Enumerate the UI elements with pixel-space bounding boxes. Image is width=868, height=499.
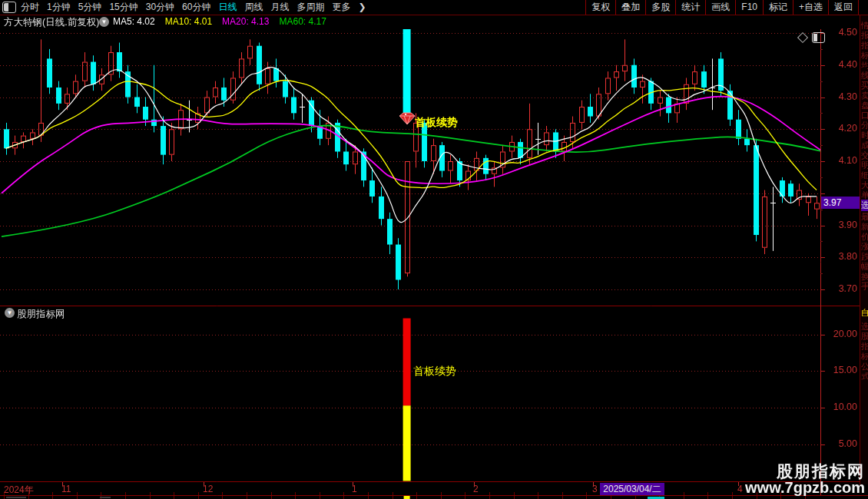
ma-legend-item: MA10: 4.01: [165, 16, 212, 27]
action-button-标记[interactable]: 标记: [763, 0, 793, 15]
price-axis-label: 3.70: [827, 283, 857, 294]
price-axis-label: 4.40: [827, 59, 857, 70]
last-price-tag: 3.97: [821, 197, 860, 209]
strip-glyph: 式: [861, 371, 868, 382]
time-axis-label: 11: [61, 484, 71, 494]
action-button-画线[interactable]: 画线: [705, 0, 735, 15]
action-button-多股[interactable]: 多股: [645, 0, 675, 15]
window-layout-icon[interactable]: [2, 2, 16, 13]
chevron-down-icon[interactable]: ▼: [5, 308, 15, 318]
action-button-F10[interactable]: F10: [735, 0, 763, 15]
period-item-周线[interactable]: 周线: [244, 0, 263, 15]
symbol-title: 方大特钢(日线.前复权): [4, 16, 99, 29]
period-menu: 分时1分钟5分钟15分钟30分钟60分钟日线周线月线多周期更多❯: [21, 0, 366, 15]
watermark: 股朋指标网 www.7gpzb.com: [745, 463, 865, 496]
strip-glyph-highlight: 自: [861, 307, 868, 319]
price-axis-label: 4.30: [827, 91, 857, 102]
ma-legend-item: MA20: 4.13: [222, 16, 269, 27]
top-toolbar: 分时1分钟5分钟15分钟30分钟60分钟日线周线月线多周期更多❯ 复权叠加多股统…: [0, 0, 868, 15]
period-item-日线[interactable]: 日线: [218, 0, 237, 15]
time-axis-label: 12: [203, 484, 213, 494]
strip-glyph-selected: 选: [861, 200, 868, 211]
time-axis-label: 2024年: [4, 484, 34, 497]
window-layout-icon-fill: [4, 3, 8, 12]
time-axis-label: 4: [737, 484, 743, 494]
period-item-15分钟[interactable]: 15分钟: [109, 0, 137, 15]
period-item-更多[interactable]: 更多: [332, 0, 350, 15]
period-item-30分钟[interactable]: 30分钟: [146, 0, 174, 15]
period-item-分时[interactable]: 分时: [21, 0, 39, 15]
action-button-复权[interactable]: 复权: [585, 0, 615, 15]
period-item-❯[interactable]: ❯: [358, 0, 366, 15]
right-edge-clipped-tab-strip[interactable]: 情报指标均线买卖盘口分时成交明细大单选最新价涨跌幅换手自选股指标公式: [860, 15, 868, 484]
period-item-多周期[interactable]: 多周期: [297, 0, 324, 15]
chevron-down-icon[interactable]: ▼: [99, 17, 109, 27]
price-axis-label: 4.10: [827, 155, 857, 166]
trading-app-window: 分时1分钟5分钟15分钟30分钟60分钟日线周线月线多周期更多❯ 复权叠加多股统…: [0, 0, 868, 499]
sub-panel-title[interactable]: 股朋指标网: [17, 308, 65, 321]
ma-legend: MA5: 4.02MA10: 4.01MA20: 4.13MA60: 4.17: [113, 16, 326, 27]
price-axis-label: 3.80: [827, 251, 857, 262]
action-menu: 复权叠加多股统计画线F10标记+自选返回: [585, 0, 859, 15]
indicator-axis-label: 5.00: [827, 438, 857, 449]
watermark-site-name: 股朋指标网: [745, 463, 865, 480]
panel-layout-icon-fill: [813, 34, 817, 41]
period-item-60分钟[interactable]: 60分钟: [182, 0, 210, 15]
time-axis-label: 3: [592, 484, 598, 494]
chart-title-row: 方大特钢(日线.前复权) ▼ MA5: 4.02MA10: 4.01MA20: …: [0, 15, 868, 29]
price-axis-label: 4.20: [827, 123, 857, 134]
action-button-叠加[interactable]: 叠加: [615, 0, 645, 15]
period-item-月线[interactable]: 月线: [270, 0, 289, 15]
kline-chart-canvas[interactable]: [0, 0, 868, 499]
period-item-1分钟[interactable]: 1分钟: [47, 0, 71, 15]
main-signal-label: 首板续势: [415, 116, 458, 130]
marked-date-tag: 2025/03/04/二: [600, 483, 664, 495]
indicator-axis-label: 20.00: [827, 329, 857, 339]
sub-signal-label: 首板续势: [413, 365, 456, 378]
indicator-axis-label: 15.00: [827, 365, 857, 375]
action-button-返回[interactable]: 返回: [828, 0, 859, 15]
price-axis-label: 3.90: [827, 220, 857, 230]
ma-legend-item: MA60: 4.17: [279, 16, 326, 27]
action-button-统计[interactable]: 统计: [675, 0, 705, 15]
panel-layout-icon[interactable]: [812, 32, 825, 43]
watermark-site-url: www.7gpzb.com: [745, 480, 865, 496]
action-button-+自选[interactable]: +自选: [793, 0, 828, 15]
period-item-5分钟[interactable]: 5分钟: [78, 0, 102, 15]
time-axis-label: 2: [473, 484, 479, 494]
ma-legend-item: MA5: 4.02: [113, 16, 155, 27]
strip-glyph: 手: [861, 281, 868, 292]
indicator-axis-label: 10.00: [827, 402, 857, 412]
time-axis-label: 1: [352, 484, 357, 494]
